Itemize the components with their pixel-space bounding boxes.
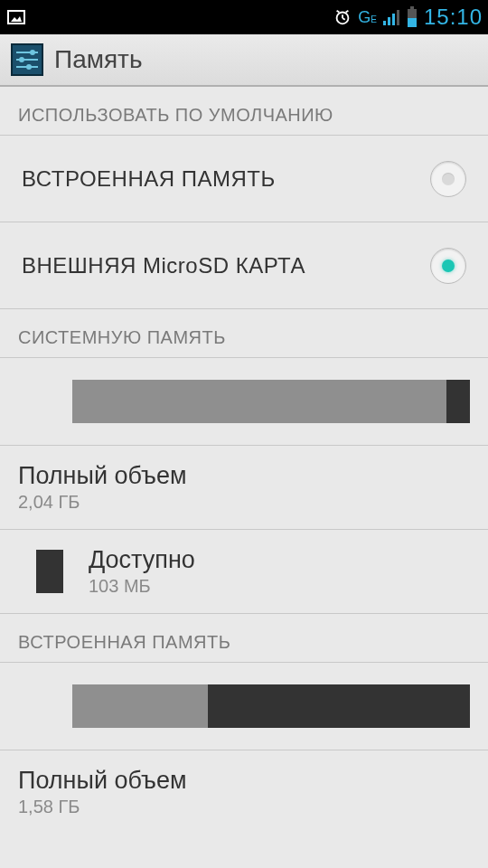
- system-storage-bar-row: [0, 358, 488, 446]
- network-type-indicator: GE: [358, 8, 377, 27]
- internal-storage-bar: [72, 684, 470, 728]
- section-header-default: ИСПОЛЬЗОВАТЬ ПО УМОЛЧАНИЮ: [0, 87, 488, 136]
- alarm-icon: [333, 7, 352, 27]
- action-bar: Память: [0, 34, 488, 87]
- storage-segment-b: [208, 684, 470, 728]
- stat-title: Полный объем: [18, 462, 470, 490]
- stat-title: Полный объем: [18, 767, 470, 795]
- svg-rect-7: [383, 21, 386, 25]
- radio-button[interactable]: [430, 161, 466, 197]
- radio-label: ВСТРОЕННАЯ ПАМЯТЬ: [22, 166, 276, 192]
- available-value: 103 МБ: [89, 576, 195, 597]
- system-total-item[interactable]: Полный объем 2,04 ГБ: [0, 446, 488, 530]
- stat-value: 1,58 ГБ: [18, 797, 470, 817]
- svg-marker-1: [11, 16, 22, 22]
- radio-option-internal[interactable]: ВСТРОЕННАЯ ПАМЯТЬ: [0, 136, 488, 222]
- storage-segment-rest: [446, 380, 470, 423]
- storage-segment-used: [72, 380, 446, 423]
- image-icon: [5, 6, 27, 28]
- radio-button[interactable]: [430, 248, 466, 284]
- internal-total-item[interactable]: Полный объем 1,58 ГБ: [0, 750, 488, 834]
- svg-line-6: [346, 11, 349, 13]
- radio-option-microsd[interactable]: ВНЕШНЯЯ MicroSD КАРТА: [0, 222, 488, 309]
- svg-line-4: [343, 18, 345, 20]
- svg-point-17: [30, 50, 35, 55]
- status-bar: GE 15:10: [0, 0, 488, 34]
- signal-icon: [382, 8, 400, 26]
- battery-icon: [406, 6, 418, 28]
- section-header-internal: ВСТРОЕННАЯ ПАМЯТЬ: [0, 614, 488, 663]
- system-available-item[interactable]: Доступно 103 МБ: [0, 530, 488, 614]
- page-title: Память: [54, 45, 143, 74]
- section-header-system: СИСТЕМНУЮ ПАМЯТЬ: [0, 309, 488, 358]
- svg-rect-10: [397, 10, 399, 25]
- content-scroll[interactable]: ИСПОЛЬЗОВАТЬ ПО УМОЛЧАНИЮ ВСТРОЕННАЯ ПАМ…: [0, 87, 488, 868]
- internal-storage-bar-row: [0, 663, 488, 750]
- system-storage-bar: [72, 380, 470, 423]
- radio-label: ВНЕШНЯЯ MicroSD КАРТА: [22, 253, 305, 278]
- storage-segment-a: [72, 684, 208, 728]
- svg-point-19: [19, 57, 24, 62]
- svg-rect-8: [388, 17, 390, 25]
- available-label: Доступно: [89, 546, 195, 574]
- svg-point-21: [26, 64, 32, 70]
- available-swatch: [36, 550, 63, 593]
- network-sub-label: E: [371, 14, 377, 24]
- svg-rect-11: [410, 6, 414, 9]
- settings-sliders-icon[interactable]: [11, 43, 43, 76]
- svg-rect-9: [392, 14, 395, 25]
- network-type-label: G: [358, 8, 371, 27]
- svg-line-5: [337, 11, 340, 13]
- stat-value: 2,04 ГБ: [18, 492, 470, 513]
- clock: 15:10: [424, 5, 483, 30]
- svg-rect-13: [408, 18, 417, 27]
